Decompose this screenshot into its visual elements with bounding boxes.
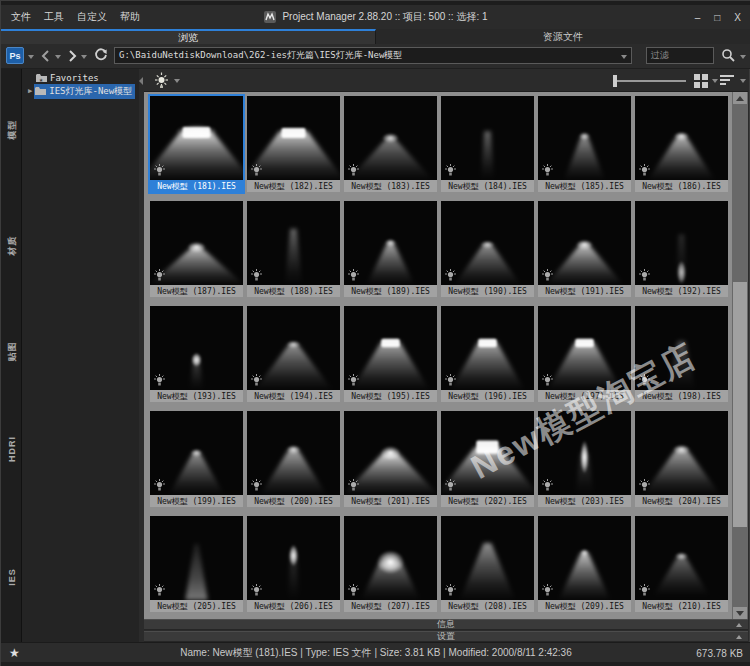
light-render-mode-icon[interactable]	[153, 72, 170, 89]
ies-preview-image	[247, 516, 340, 600]
sidebar-tab-贴图[interactable]: 贴图	[1, 331, 22, 371]
window-title: Project Manager 2.88.20 :: 项目: 500 :: 选择…	[282, 10, 487, 24]
ies-preview-image	[538, 411, 631, 495]
info-panel-bar[interactable]: 信息	[144, 619, 748, 630]
grid-item[interactable]: New模型 (192).IES	[635, 201, 732, 306]
grid-item[interactable]: New模型 (202).IES	[441, 411, 538, 516]
gallery-scrollbar[interactable]	[732, 92, 748, 619]
grid-item-label: New模型 (205).IES	[150, 600, 243, 612]
menu-item-1[interactable]: 工具	[44, 10, 64, 24]
back-dropdown-arrow[interactable]	[55, 55, 61, 59]
grid-item-label: New模型 (187).IES	[150, 285, 243, 297]
expand-arrow-icon[interactable]: ▶	[28, 87, 32, 95]
sidebar-tab-模型[interactable]: 模型	[1, 109, 22, 149]
grid-item[interactable]: New模型 (184).IES	[441, 96, 538, 201]
grid-item[interactable]: New模型 (207).IES	[344, 516, 441, 619]
grid-item[interactable]: New模型 (194).IES	[247, 306, 344, 411]
filter-input[interactable]: 过滤	[646, 47, 714, 64]
grid-item-label: New模型 (201).IES	[344, 495, 437, 507]
tab-resources[interactable]: 资源文件	[376, 29, 750, 44]
grid-item[interactable]: New模型 (203).IES	[538, 411, 635, 516]
thumbnail-size-slider-track[interactable]	[616, 80, 686, 82]
ies-type-icon	[153, 479, 166, 492]
grid-item[interactable]: New模型 (186).IES	[635, 96, 732, 201]
ies-type-icon	[250, 584, 263, 597]
back-button[interactable]	[39, 48, 53, 64]
sort-dropdown-arrow[interactable]	[740, 79, 746, 83]
forward-button[interactable]	[65, 48, 79, 64]
grid-item[interactable]: New模型 (195).IES	[344, 306, 441, 411]
scroll-down-button[interactable]	[733, 607, 747, 619]
grid-item[interactable]: New模型 (187).IES	[150, 201, 247, 306]
light-mode-dropdown-arrow[interactable]	[174, 79, 180, 83]
menu-item-2[interactable]: 自定义	[77, 10, 107, 24]
ies-type-icon	[638, 164, 651, 177]
ies-preview-image	[150, 411, 243, 495]
ies-preview-image	[247, 201, 340, 285]
search-dropdown-arrow[interactable]	[740, 55, 746, 59]
grid-item[interactable]: New模型 (188).IES	[247, 201, 344, 306]
grid-item[interactable]: New模型 (210).IES	[635, 516, 732, 619]
sidebar-tab-HDRI[interactable]: HDRI	[1, 429, 22, 469]
sort-icon[interactable]	[720, 74, 735, 88]
grid-view-icon[interactable]	[694, 74, 708, 88]
grid-item[interactable]: New模型 (206).IES	[247, 516, 344, 619]
ies-type-icon	[638, 584, 651, 597]
ies-preview-image	[635, 306, 728, 390]
grid-item[interactable]: New模型 (191).IES	[538, 201, 635, 306]
refresh-button[interactable]	[93, 47, 109, 63]
expand-settings-icon	[736, 635, 742, 639]
grid-item[interactable]: New模型 (208).IES	[441, 516, 538, 619]
grid-item[interactable]: New模型 (196).IES	[441, 306, 538, 411]
grid-item[interactable]: New模型 (200).IES	[247, 411, 344, 516]
grid-item-label: New模型 (199).IES	[150, 495, 243, 507]
forward-dropdown-arrow[interactable]	[81, 55, 87, 59]
ies-preview-image	[635, 201, 728, 285]
menu-item-0[interactable]: 文件	[11, 10, 31, 24]
grid-item-label: New模型 (185).IES	[538, 180, 631, 192]
grid-item[interactable]: New模型 (198).IES	[635, 306, 732, 411]
grid-item[interactable]: New模型 (209).IES	[538, 516, 635, 619]
tab-browse[interactable]: 浏览	[1, 29, 376, 44]
grid-item[interactable]: New模型 (205).IES	[150, 516, 247, 619]
search-icon[interactable]	[721, 48, 736, 63]
grid-item[interactable]: New模型 (183).IES	[344, 96, 441, 201]
grid-item[interactable]: New模型 (199).IES	[150, 411, 247, 516]
scroll-up-button[interactable]	[733, 92, 747, 104]
grid-item[interactable]: New模型 (185).IES	[538, 96, 635, 201]
grid-item-label: New模型 (196).IES	[441, 390, 534, 402]
ies-preview-image	[441, 306, 534, 390]
maximize-button[interactable]: □	[714, 12, 720, 23]
menu-item-3[interactable]: 帮助	[120, 10, 140, 24]
sidebar-tab-材质[interactable]: 材质	[1, 225, 22, 265]
grid-item[interactable]: New模型 (193).IES	[150, 306, 247, 411]
thumbnail-gallery: New模型 (181).IESNew模型 (182).IESNew模型 (183…	[144, 92, 748, 619]
category-sidebar: 模型材质贴图HDRIIES	[1, 69, 22, 642]
tree-item-1[interactable]: ▶IES灯光库-New模型	[28, 84, 135, 98]
grid-item[interactable]: New模型 (190).IES	[441, 201, 538, 306]
ies-preview-image	[635, 96, 728, 180]
thumbnail-size-slider-thumb[interactable]	[613, 75, 617, 87]
close-button[interactable]: X	[734, 12, 741, 23]
ies-preview-image	[635, 516, 728, 600]
path-combobox[interactable]: G:\BaiduNetdiskDownload\262-ies灯光篇\IES灯光…	[114, 47, 632, 64]
ps-dropdown-arrow[interactable]	[28, 55, 34, 59]
ies-type-icon	[444, 479, 457, 492]
grid-item[interactable]: New模型 (189).IES	[344, 201, 441, 306]
settings-panel-bar[interactable]: 设置	[144, 631, 748, 642]
minimize-button[interactable]: –	[695, 12, 701, 23]
grid-item[interactable]: New模型 (197).IES	[538, 306, 635, 411]
scrollbar-thumb[interactable]	[733, 282, 747, 527]
path-dropdown-arrow[interactable]	[621, 55, 627, 59]
grid-item[interactable]: New模型 (181).IES	[150, 96, 247, 201]
ies-type-icon	[638, 479, 651, 492]
grid-view-dropdown-arrow[interactable]	[712, 79, 718, 83]
ies-type-icon	[541, 269, 554, 282]
grid-item[interactable]: New模型 (204).IES	[635, 411, 732, 516]
sidebar-tab-IES[interactable]: IES	[1, 557, 22, 597]
ies-type-icon	[347, 584, 360, 597]
ps-thumbnail-button[interactable]: Ps	[6, 47, 24, 64]
expand-info-icon	[736, 623, 742, 627]
grid-item[interactable]: New模型 (201).IES	[344, 411, 441, 516]
grid-item[interactable]: New模型 (182).IES	[247, 96, 344, 201]
